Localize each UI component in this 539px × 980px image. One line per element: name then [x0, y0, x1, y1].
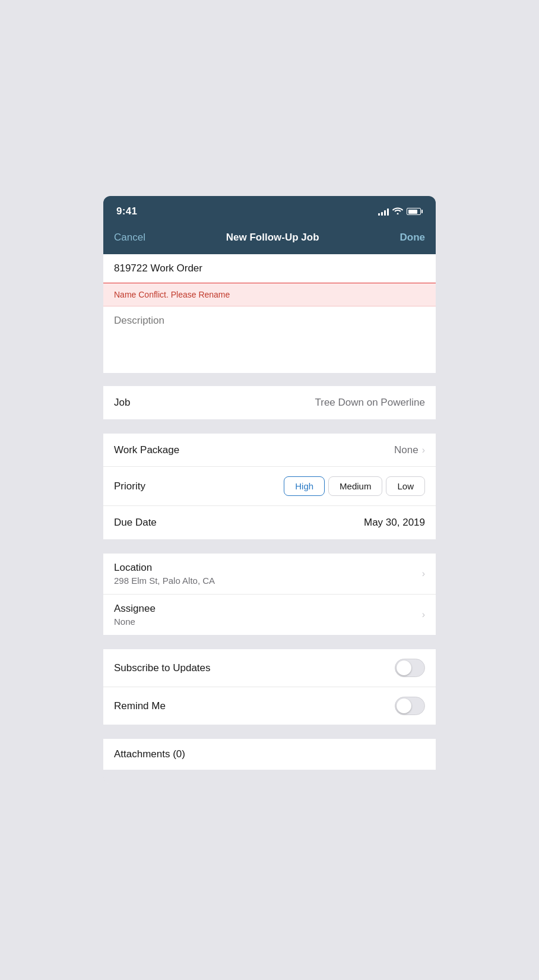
work-package-value: None ›: [394, 444, 425, 456]
attachments-section: Attachments (0): [103, 739, 436, 770]
assignee-value: None: [114, 617, 156, 627]
error-row: Name Conflict. Please Rename: [103, 283, 436, 306]
due-date-value: May 30, 2019: [364, 517, 425, 529]
work-package-row[interactable]: Work Package None ›: [103, 434, 436, 467]
location-text: Location 298 Elm St, Palo Alto, CA: [114, 562, 215, 586]
gap-4: [103, 636, 436, 649]
phone-container: 9:41: [103, 196, 436, 784]
location-chevron: ›: [422, 568, 425, 579]
subscribe-toggle[interactable]: [395, 659, 425, 677]
nav-bar: Cancel New Follow-Up Job Done: [103, 226, 436, 254]
due-date-label: Due Date: [114, 517, 157, 529]
gap-1: [103, 373, 436, 386]
work-package-chevron: ›: [422, 445, 425, 456]
description-row: [103, 306, 436, 373]
priority-row: Priority High Medium Low: [103, 467, 436, 506]
signal-icon: [378, 207, 389, 216]
location-section: Location 298 Elm St, Palo Alto, CA › Ass…: [103, 554, 436, 635]
remind-row: Remind Me: [103, 687, 436, 725]
priority-low-button[interactable]: Low: [386, 476, 425, 496]
gap-2: [103, 421, 436, 434]
priority-medium-button[interactable]: Medium: [328, 476, 382, 496]
priority-buttons: High Medium Low: [284, 476, 425, 496]
assignee-text: Assignee None: [114, 603, 156, 627]
gap-bottom: [103, 771, 436, 784]
nav-title: New Follow-Up Job: [226, 232, 319, 244]
status-time: 9:41: [116, 206, 137, 217]
battery-icon: [407, 208, 423, 215]
status-icons: [378, 207, 423, 216]
description-input[interactable]: [114, 315, 425, 362]
name-input[interactable]: [114, 263, 425, 274]
status-bar: 9:41: [103, 196, 436, 226]
form-content: Name Conflict. Please Rename Job Tree Do…: [103, 254, 436, 784]
cancel-button[interactable]: Cancel: [114, 232, 145, 244]
wifi-icon: [392, 207, 403, 216]
details-section: Work Package None › Priority High Medium…: [103, 434, 436, 539]
job-value: Tree Down on Powerline: [315, 397, 425, 409]
job-label: Job: [114, 397, 130, 409]
name-input-row: [103, 254, 436, 283]
gap-3: [103, 540, 436, 554]
job-row: Job Tree Down on Powerline: [103, 386, 436, 419]
error-text: Name Conflict. Please Rename: [114, 290, 230, 299]
assignee-label: Assignee: [114, 603, 156, 615]
location-address: 298 Elm St, Palo Alto, CA: [114, 576, 215, 586]
done-button[interactable]: Done: [400, 232, 425, 244]
attachments-label: Attachments (0): [114, 748, 185, 760]
subscribe-row: Subscribe to Updates: [103, 649, 436, 687]
toggles-section: Subscribe to Updates Remind Me: [103, 649, 436, 725]
location-row[interactable]: Location 298 Elm St, Palo Alto, CA ›: [103, 554, 436, 595]
priority-label: Priority: [114, 480, 145, 492]
assignee-row[interactable]: Assignee None ›: [103, 595, 436, 635]
attachments-row[interactable]: Attachments (0): [103, 739, 436, 770]
work-package-label: Work Package: [114, 444, 179, 456]
remind-label: Remind Me: [114, 700, 166, 712]
subscribe-label: Subscribe to Updates: [114, 662, 211, 674]
remind-toggle[interactable]: [395, 697, 425, 715]
priority-high-button[interactable]: High: [284, 476, 325, 496]
location-label: Location: [114, 562, 215, 574]
assignee-chevron: ›: [422, 609, 425, 620]
job-section: Job Tree Down on Powerline: [103, 386, 436, 419]
due-date-row[interactable]: Due Date May 30, 2019: [103, 506, 436, 539]
gap-5: [103, 726, 436, 739]
